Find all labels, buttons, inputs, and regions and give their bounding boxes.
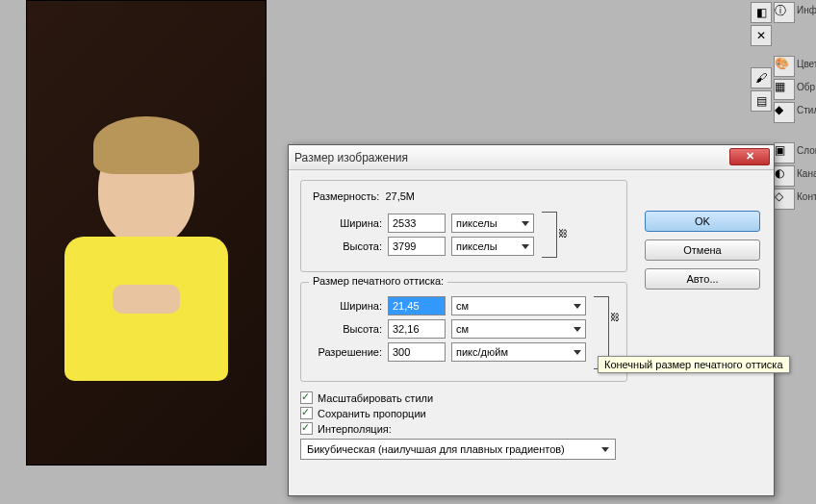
scale-styles-row[interactable]: Масштабировать стили [300, 391, 762, 404]
scale-styles-label: Масштабировать стили [318, 392, 433, 404]
pixel-dimensions-fieldset: Размерность: 27,5M Ширина: пикселы Высот… [300, 180, 627, 272]
subject-head [98, 131, 194, 246]
close-icon[interactable] [729, 148, 770, 165]
options-icon[interactable]: ✕ [751, 25, 772, 46]
panel-column-tools: ◧ ✕ 🖌 ▤ [751, 0, 774, 113]
subject-hands [113, 285, 180, 314]
doc-size-legend: Размер печатного оттиска: [309, 275, 447, 287]
styles-icon[interactable]: ◆ [774, 102, 795, 123]
panel-channels-label[interactable]: Кана [797, 168, 816, 179]
constrain-checkbox[interactable] [300, 407, 313, 419]
channels-icon[interactable]: ◐ [774, 165, 795, 187]
resample-checkbox[interactable] [300, 422, 313, 435]
photo-subject [60, 131, 233, 381]
panel-layers-label[interactable]: Слои [797, 145, 816, 156]
paths-icon[interactable]: ◇ [774, 189, 795, 210]
photo-document[interactable] [26, 0, 267, 466]
document-size-fieldset: Размер печатного оттиска: Ширина: см Выс… [300, 282, 627, 382]
pixel-dim-legend: Размерность: [313, 190, 379, 202]
subject-hair [93, 116, 199, 174]
scale-styles-checkbox[interactable] [300, 391, 313, 404]
palette-icon[interactable]: 🎨 [774, 56, 795, 77]
image-size-dialog: Размер изображения Размерность: 27,5M Ши… [288, 144, 775, 496]
resolution-label: Разрешение: [313, 346, 388, 358]
swatches-icon[interactable]: ▦ [774, 79, 795, 100]
doc-width-input[interactable] [388, 296, 446, 315]
resolution-unit-select[interactable]: пикс/дюйм [451, 342, 586, 362]
link-icon[interactable]: ⛓ [558, 228, 570, 241]
clone-icon[interactable]: ▤ [751, 90, 772, 112]
doc-height-label: Высота: [313, 323, 388, 335]
resolution-input[interactable] [388, 342, 446, 362]
panel-color-label[interactable]: Цвет [797, 59, 816, 69]
dialog-body: Размерность: 27,5M Ширина: пикселы Высот… [289, 170, 774, 469]
pixel-height-unit-select[interactable]: пикселы [451, 237, 534, 256]
doc-width-unit-select[interactable]: см [451, 296, 586, 315]
panel-paths-label[interactable]: Конт [797, 191, 816, 202]
tooltip: Конечный размер печатного оттиска [598, 356, 790, 373]
interpolation-select[interactable]: Бикубическая (наилучшая для плавных град… [300, 439, 616, 460]
cancel-button[interactable]: Отмена [645, 239, 760, 261]
dialog-titlebar[interactable]: Размер изображения [289, 145, 774, 170]
info-icon[interactable]: ⓘ [774, 2, 795, 23]
panel-info-label[interactable]: Инф [797, 5, 816, 15]
resample-row[interactable]: Интерполяция: [300, 422, 762, 435]
panel-samples-label[interactable]: Обр [797, 82, 815, 92]
dialog-buttons: OK Отмена Авто... [645, 211, 760, 297]
constrain-label: Сохранить пропорции [318, 408, 426, 419]
dialog-title: Размер изображения [294, 151, 408, 164]
brush-icon[interactable]: 🖌 [751, 67, 772, 88]
constrain-row[interactable]: Сохранить пропорции [300, 407, 762, 419]
panel-column-labels: ⓘ Инф 🎨 Цвет ▦ Обр ◆ Стил ▣ Слои ◐ Кана … [774, 0, 816, 210]
width-label: Ширина: [313, 217, 388, 229]
link-icon[interactable]: ⛓ [610, 312, 622, 325]
pixel-height-input[interactable] [388, 237, 446, 256]
pixel-width-unit-select[interactable]: пикселы [451, 214, 534, 233]
pixel-dim-size: 27,5M [385, 190, 415, 202]
doc-width-label: Ширина: [313, 300, 388, 312]
doc-height-unit-select[interactable]: см [451, 319, 586, 339]
auto-button[interactable]: Авто... [645, 268, 760, 290]
doc-height-input[interactable] [388, 319, 446, 339]
panel-styles-label[interactable]: Стил [797, 105, 816, 115]
layers-icon[interactable]: ▣ [774, 142, 795, 164]
height-label: Высота: [313, 240, 388, 252]
pixel-link-bracket: ⛓ [542, 212, 557, 258]
pixel-width-input[interactable] [388, 214, 446, 233]
resample-label: Интерполяция: [318, 423, 392, 435]
subject-torso [64, 237, 228, 381]
ok-button[interactable]: OK [645, 211, 760, 232]
navigator-icon[interactable]: ◧ [751, 2, 772, 23]
